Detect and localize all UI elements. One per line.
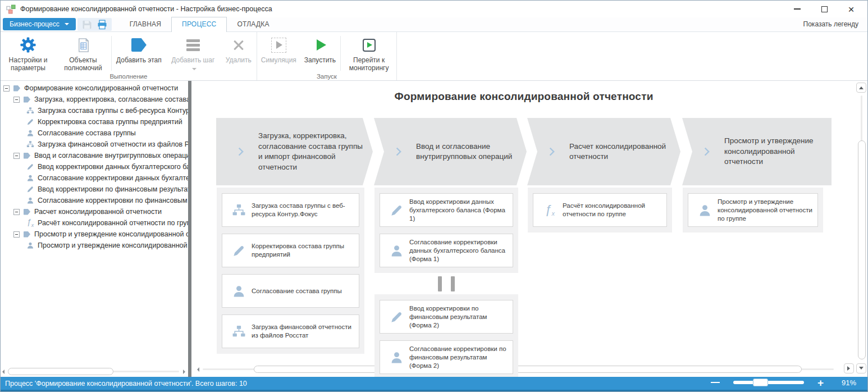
tree-item[interactable]: Загрузка состава группы с веб-ресурса Ко… — [1, 105, 188, 116]
save-icon[interactable] — [81, 19, 93, 30]
tab-glavnaya[interactable]: ГЛАВНАЯ — [120, 17, 171, 31]
tree-item[interactable]: Ввод корректировки данных бухгалтерского… — [1, 161, 188, 172]
stage-chevron[interactable]: Просмотр и утверждение консолидированной… — [682, 118, 832, 185]
org-chart-icon — [226, 325, 252, 339]
close-button[interactable]: × — [845, 3, 857, 15]
fx-icon: ƒx — [26, 218, 35, 227]
zoom-slider[interactable] — [733, 381, 804, 384]
scroll-down-button[interactable] — [856, 363, 866, 373]
person-icon — [692, 203, 718, 217]
stage-column: ƒxРасчёт консолидированной отчетности по… — [528, 188, 672, 233]
step-card[interactable]: Корректировка состава группы предприятий — [222, 234, 359, 267]
person-icon — [26, 129, 35, 138]
scrollbar-thumb[interactable] — [8, 368, 113, 375]
simulation-icon — [271, 35, 286, 55]
scroll-left-icon[interactable] — [197, 367, 199, 372]
zoom-slider-thumb[interactable] — [753, 379, 768, 386]
tree-item[interactable]: Корректировка состава группы предприятий — [1, 116, 188, 127]
add-step-button[interactable]: Добавить шаг — [166, 35, 221, 72]
process-tree-pane: Формирование консолидированной отчетност… — [1, 81, 188, 377]
process-tree: Формирование консолидированной отчетност… — [1, 81, 188, 251]
minimize-button[interactable] — [791, 3, 803, 15]
business-process-menu-button[interactable]: Бизнес-процесс — [3, 18, 76, 30]
step-card-label: Согласование состава группы — [252, 287, 342, 295]
tree-item[interactable]: Согласование корректировки по финансовым… — [1, 195, 188, 206]
step-card[interactable]: Ввод корректировки по финансовым результ… — [380, 300, 513, 334]
tree-item-label: Расчёт консолидированной отчетности по г… — [38, 219, 188, 227]
step-card[interactable]: Согласование корректировки данных бухгал… — [380, 234, 513, 267]
tree-item[interactable]: Просмотр и утверждение консолидированной… — [1, 240, 188, 251]
tab-process[interactable]: ПРОЦЕСС — [171, 17, 227, 32]
add-step-icon — [186, 35, 200, 55]
collapse-expander-icon[interactable] — [13, 97, 20, 103]
person-icon — [26, 196, 35, 205]
collapse-expander-icon[interactable] — [3, 85, 10, 92]
pencil-icon — [226, 244, 252, 258]
zoom-out-button[interactable] — [711, 382, 720, 384]
zoom-level: 91% — [837, 379, 856, 387]
pencil-icon — [26, 185, 35, 194]
tree-item-label: Просмотр и утверждение консолидированной… — [38, 241, 188, 249]
delete-icon — [232, 35, 245, 55]
step-card[interactable]: ƒxРасчёт консолидированной отчетности по… — [533, 193, 667, 227]
step-card-label: Ввод корректировки данных бухгалтерского… — [409, 198, 508, 223]
step-card[interactable]: Загрузка состава группы с веб-ресурса Ко… — [222, 193, 359, 227]
stage-column: Загрузка состава группы с веб-ресурса Ко… — [217, 188, 364, 354]
permission-objects-button[interactable]: Объекты полномочий — [56, 35, 111, 72]
tree-horizontal-scrollbar[interactable] — [1, 367, 188, 376]
tree-item[interactable]: Расчет консолидированной отчетности — [1, 206, 188, 217]
step-card[interactable]: Согласование состава группы — [222, 274, 359, 308]
tree-item[interactable]: Загрузка, корректировка, согласование со… — [1, 94, 188, 105]
tree-item[interactable]: Согласование состава группы — [1, 127, 188, 139]
simulation-button[interactable]: Симуляция — [257, 35, 300, 72]
scroll-right-button[interactable] — [844, 363, 854, 373]
tree-item[interactable]: Ввод корректировки по финансовым результ… — [1, 184, 188, 195]
tab-otladka[interactable]: ОТЛАДКА — [227, 17, 279, 31]
stage-arrow-icon — [22, 207, 31, 216]
scroll-up-button[interactable] — [856, 83, 866, 93]
show-legend-button[interactable]: Показать легенду — [803, 20, 858, 31]
gear-icon — [20, 35, 36, 55]
business-process-menu-label: Бизнес-процесс — [10, 20, 60, 28]
status-text: Процесс 'Формирование консолидированной … — [5, 380, 247, 388]
org-chart-icon — [26, 140, 35, 149]
add-stage-button[interactable]: Добавить этап — [112, 35, 166, 72]
tree-item-label: Просмотр и утверждение консолидированной… — [34, 230, 188, 238]
scrollbar-thumb[interactable] — [254, 366, 802, 373]
stage-column: Ввод корректировки данных бухгалтерского… — [374, 188, 518, 377]
stage-column: Просмотр и утверждение консолидированной… — [683, 188, 823, 233]
collapse-expander-icon[interactable] — [13, 209, 20, 215]
tree-item[interactable]: Просмотр и утверждение консолидированной… — [1, 229, 188, 240]
canvas-horizontal-scrollbar[interactable] — [194, 364, 843, 374]
stage-chevron[interactable]: Ввод и согласование внутригрупповых опер… — [374, 118, 527, 185]
scroll-right-icon[interactable] — [183, 370, 185, 374]
stage-chevron[interactable]: Расчет консолидированной отчетности — [527, 118, 680, 185]
collapse-expander-icon[interactable] — [13, 231, 20, 238]
delete-button[interactable]: Удалить — [221, 35, 257, 72]
stage-chevron[interactable]: Загрузка, корректировка, согласование со… — [216, 118, 373, 185]
zoom-in-button[interactable]: + — [817, 377, 824, 388]
tree-item[interactable]: Формирование консолидированной отчетност… — [1, 83, 188, 94]
vertical-scrollbar-thumb[interactable] — [858, 140, 866, 359]
collapse-expander-icon[interactable] — [13, 153, 20, 159]
monitoring-icon — [363, 35, 376, 55]
pencil-icon — [383, 203, 409, 217]
maximize-button[interactable] — [818, 3, 830, 15]
step-card[interactable]: Просмотр и утверждение консолидированной… — [688, 193, 818, 227]
go-to-monitoring-button[interactable]: Перейти к мониторингу — [341, 35, 396, 72]
tree-item[interactable]: Ввод и согласование внутригрупповых опер… — [1, 150, 188, 161]
print-icon[interactable] — [97, 19, 108, 30]
app-icon — [6, 4, 16, 14]
tree-item[interactable]: ƒxРасчёт консолидированной отчетности по… — [1, 217, 188, 229]
tree-item[interactable]: Загрузка финансовой отчетности из файлов… — [1, 139, 188, 150]
step-card[interactable]: Ввод корректировки данных бухгалтерского… — [380, 193, 513, 227]
tree-item[interactable]: Согласование корректировки данных бухгал… — [1, 172, 188, 184]
org-chart-icon — [26, 106, 35, 115]
step-card[interactable]: Загрузка финансовой отчетности из файлов… — [222, 314, 359, 348]
step-card[interactable]: Согласование корректировки по финансовым… — [380, 340, 513, 374]
add-step-button-label: Добавить шаг — [170, 56, 217, 72]
scroll-left-icon[interactable] — [2, 370, 4, 374]
zoom-control: + 91% — [711, 377, 856, 388]
settings-parameters-button[interactable]: Настройки и параметры — [1, 35, 56, 72]
run-button[interactable]: Запустить — [300, 35, 340, 72]
